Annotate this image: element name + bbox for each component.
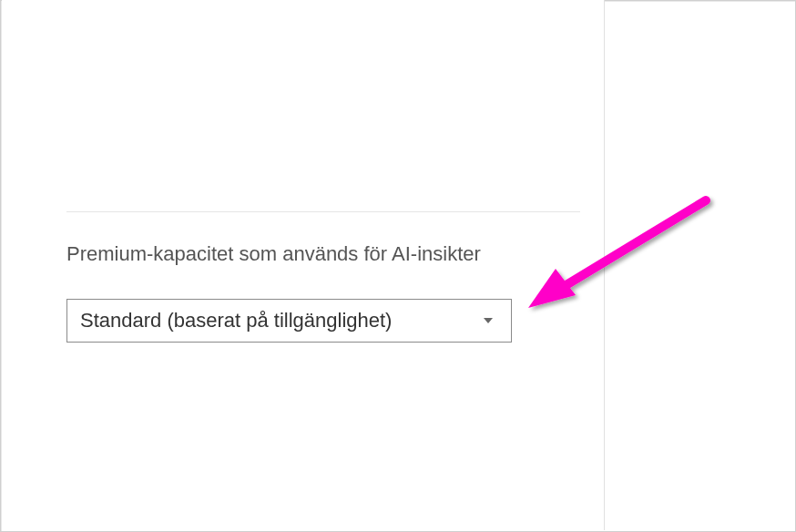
premium-capacity-dropdown[interactable]: Standard (baserat på tillgänglighet) bbox=[66, 299, 512, 343]
main-content-panel: Premium-kapacitet som används för AI-ins… bbox=[2, 0, 605, 530]
chevron-down-icon bbox=[484, 318, 493, 323]
premium-capacity-label: Premium-kapacitet som används för AI-ins… bbox=[66, 242, 481, 266]
section-divider bbox=[66, 211, 580, 212]
dropdown-selected-value: Standard (baserat på tillgänglighet) bbox=[80, 309, 511, 332]
